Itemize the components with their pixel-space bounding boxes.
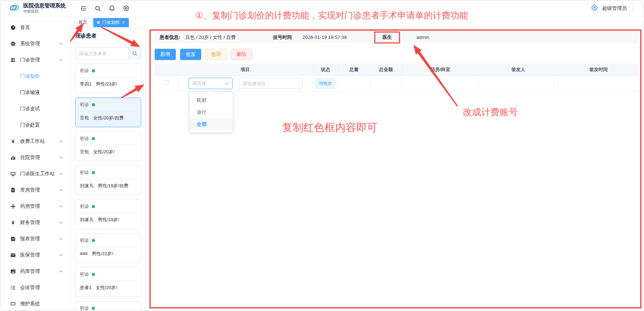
project-search-input[interactable] [239, 78, 303, 89]
medical-cross-icon [591, 4, 598, 13]
status-dot-icon [92, 205, 95, 208]
user-role-label: 超级管理员 [602, 5, 627, 12]
header-actions [80, 5, 130, 12]
toolbar: 新增 签发 签退 删除 [155, 49, 639, 60]
chevron-down-icon [59, 237, 63, 240]
sidebar-item-warehouse-mgmt[interactable]: 库房管理 [0, 182, 71, 198]
tab-bar: 首页 门诊划价 × [71, 17, 644, 29]
col-issuer: 签发人 [478, 64, 558, 76]
sidebar-item-outpatient-doctor-station[interactable]: 门诊医生工作站 [0, 166, 71, 182]
header-divider: | [632, 6, 634, 11]
sidebar-item-system-mgmt[interactable]: 系统管理 [0, 36, 71, 52]
sidebar: 首页 系统管理 门诊管理 门诊划价 门诊输液 [0, 17, 71, 311]
sidebar-item-drug-store-mgmt[interactable]: 药库管理 [0, 263, 71, 280]
col-project: 项目 [178, 64, 313, 76]
monitor-icon [10, 171, 17, 177]
status-dot-icon [92, 69, 95, 72]
sidebar-item-outpatient-pricing[interactable]: 门诊划价 [0, 68, 71, 84]
issue-button[interactable]: 签发 [180, 49, 201, 60]
patient-info-value: 豆包 / 20岁 / 女性 / 自费 [185, 34, 236, 41]
chevron-down-icon [59, 140, 63, 143]
patient-panel: 现诊患者 初诊 李四1男性/23岁/ [71, 29, 146, 311]
bar-chart-icon [10, 155, 17, 160]
status-dot-icon [92, 239, 95, 242]
yen-icon: ¥ [10, 220, 17, 225]
tab-outpatient-pricing[interactable]: 门诊划价 × [93, 18, 129, 27]
app-header: 医院信息管理系统 中联医院 [0, 0, 644, 17]
col-total-amount: 总金额 [370, 64, 402, 76]
close-icon[interactable]: × [122, 20, 125, 25]
patient-card[interactable]: 初诊 aaa男性/22岁/ [75, 233, 141, 263]
sidebar-item-report-mgmt[interactable]: 报表管理 [0, 231, 71, 247]
project-type-select[interactable]: 请选择 [189, 78, 233, 89]
dashboard-icon [10, 25, 17, 30]
row-checkbox[interactable] [163, 80, 168, 85]
chevron-down-icon [59, 42, 63, 45]
brand: 医院信息管理系统 中联医院 [0, 2, 71, 15]
col-total-qty: 总量 [338, 64, 370, 76]
wrench-icon [10, 301, 17, 307]
sidebar-item-insurance-mgmt[interactable]: 医保管理 [0, 247, 71, 263]
app-title: 医院信息管理系统 [23, 2, 66, 8]
patient-search-input[interactable] [75, 47, 129, 59]
sidebar-item-outpatient-disposal[interactable]: 门诊处置 [0, 117, 71, 133]
help-icon[interactable] [123, 5, 130, 12]
patient-list: 初诊 李四1男性/23岁/ 初诊 豆包女性/20岁/自费 初诊 豆包女性/20岁… [71, 64, 145, 311]
sidebar-item-home[interactable]: 首页 [0, 19, 71, 36]
tab-home[interactable]: 首页 [74, 18, 91, 27]
patient-card[interactable]: 初诊 刘潇凡男性/19岁/自费 [75, 165, 141, 195]
app-window: 医院信息管理系统 中联医院 [0, 0, 644, 311]
sidebar-item-finance-mgmt[interactable]: ¥ 财务管理 [0, 215, 71, 231]
status-dot-icon [92, 137, 95, 140]
status-dot-icon [92, 171, 95, 174]
table-row: 请选择 待签发 [155, 76, 639, 91]
status-dot-icon [92, 307, 95, 310]
chevron-down-icon [59, 205, 63, 208]
sidebar-item-outpatient-mgmt[interactable]: 门诊管理 [0, 52, 71, 68]
search-icon[interactable] [95, 5, 101, 12]
dropdown-option-all[interactable]: 全部 [190, 118, 233, 130]
users-icon [10, 57, 17, 63]
patient-card[interactable]: 初诊 [75, 301, 141, 311]
sidebar-item-outpatient-infusion[interactable]: 门诊输液 [0, 84, 71, 101]
image-icon [10, 269, 17, 274]
patient-card[interactable]: 初诊 豆包女性/20岁/ [75, 131, 141, 161]
sidebar-item-maintenance-system[interactable]: 维护系统 [0, 296, 71, 311]
patient-info-bar: 患者信息: 豆包 / 20岁 / 女性 / 自费 挂号时间 2026-01-19… [155, 31, 639, 43]
dropdown-option-consumables[interactable]: 耗材 [190, 94, 233, 106]
app-subtitle: 中联医院 [23, 9, 66, 14]
patient-card[interactable]: 初诊 李四1男性/23岁/ [75, 64, 141, 93]
sidebar-item-pharmacy-mgmt[interactable]: 药房管理 [0, 198, 71, 215]
col-status: 状态 [313, 64, 338, 76]
chevron-down-icon [59, 172, 63, 175]
chevron-down-icon [59, 270, 63, 273]
bell-icon[interactable] [109, 5, 115, 12]
user-area[interactable]: 超级管理员 | [591, 4, 644, 13]
checkout-button[interactable]: 签退 [205, 49, 227, 60]
col-issue-time: 签发时间 [558, 64, 639, 76]
status-badge: 待签发 [316, 78, 335, 89]
search-icon[interactable] [129, 47, 141, 59]
add-button[interactable]: 新增 [155, 49, 176, 60]
chevron-down-icon [59, 254, 63, 257]
patient-card-selected[interactable]: 初诊 豆包女性/20岁/自费 [75, 98, 141, 127]
chevron-up-icon [59, 59, 63, 61]
status-dot-icon [92, 103, 95, 106]
table-header-row: 项目 状态 总量 总金额 药房/科室 签发人 签发时间 [155, 64, 639, 76]
doctor-label-annotated: 医生 [374, 31, 400, 43]
main-content: 患者信息: 豆包 / 20岁 / 女性 / 自费 挂号时间 2026-01-19… [146, 29, 644, 311]
patient-card[interactable]: 初诊 刘潇凡男性/19岁/ [75, 199, 141, 229]
chevron-down-icon [59, 221, 63, 224]
patient-card[interactable]: 初诊 患者1女性/20岁/ [75, 267, 141, 297]
collapse-menu-icon[interactable] [80, 5, 87, 12]
app-logo-icon [9, 2, 20, 15]
dropdown-option-treatment[interactable]: 诊疗 [190, 106, 233, 118]
sidebar-item-inpatient-mgmt[interactable]: 住院管理 [0, 149, 71, 166]
sidebar-item-charging-station[interactable]: ¥ 收费工作站 [0, 133, 71, 149]
sidebar-item-outpatient-skin-test[interactable]: 门诊皮试 [0, 101, 71, 117]
yen-icon: ¥ [10, 139, 17, 144]
delete-button[interactable]: 删除 [231, 49, 252, 60]
chevron-down-icon [59, 156, 63, 159]
sidebar-item-consultation-mgmt[interactable]: 会诊管理 [0, 280, 71, 296]
chevron-down-icon [59, 189, 63, 192]
